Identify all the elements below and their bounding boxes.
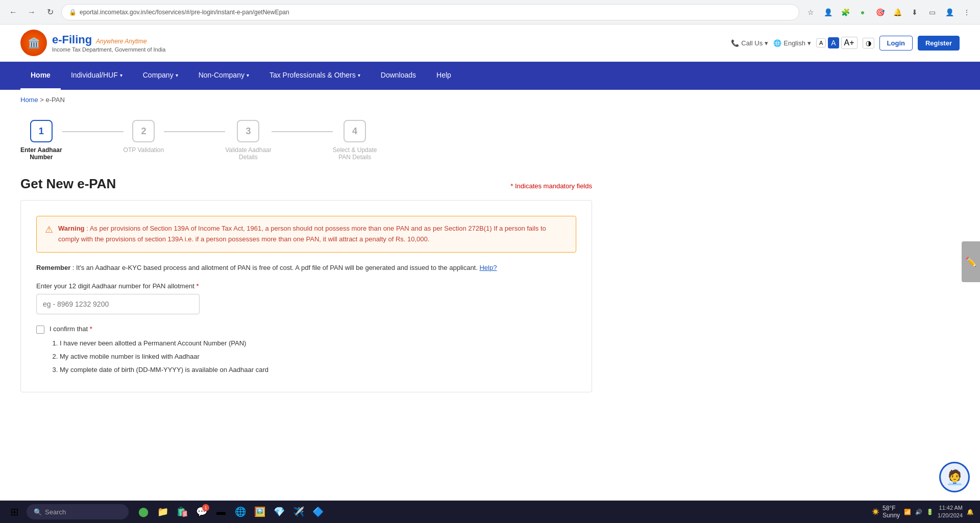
step-2-label: OTP Validation bbox=[124, 146, 164, 154]
step-1-circle: 1 bbox=[30, 120, 53, 142]
confirm-required-marker: * bbox=[90, 325, 92, 333]
logo-text: e-Filing Anywhere Anytime Income Tax Dep… bbox=[52, 33, 165, 53]
confirm-row: I confirm that * I have never been allot… bbox=[36, 325, 576, 377]
menu-icon[interactable]: ⋮ bbox=[960, 5, 974, 19]
browser-chrome: ← → ↻ 🔒 eportal.incometax.gov.in/iec/fos… bbox=[0, 0, 980, 24]
extension-icon2[interactable]: ● bbox=[855, 5, 870, 19]
dept-label: Income Tax Department, Government of Ind… bbox=[52, 46, 165, 53]
confirm-checkbox[interactable] bbox=[36, 326, 44, 334]
profile-icon[interactable]: 👤 bbox=[821, 5, 835, 19]
warning-text-content: Warning : As per provisions of Section 1… bbox=[58, 223, 568, 245]
back-button[interactable]: ← bbox=[6, 5, 20, 19]
remember-text: Remember : It's an Aadhaar e-KYC based p… bbox=[36, 263, 576, 273]
nav-individual-arrow: ▾ bbox=[120, 72, 122, 78]
step-4-number: 4 bbox=[352, 126, 357, 137]
language-btn[interactable]: 🌐 English ▾ bbox=[773, 39, 811, 47]
step-3-label: Validate AadhaarDetails bbox=[225, 146, 272, 161]
floating-help-button[interactable]: ✏️ bbox=[962, 241, 980, 282]
contrast-icon: ◑ bbox=[866, 39, 871, 47]
step-2-number: 2 bbox=[141, 126, 146, 137]
nav-individual[interactable]: Individual/HUF ▾ bbox=[61, 62, 133, 90]
nav-non-company-arrow: ▾ bbox=[247, 72, 249, 78]
nav-downloads-label: Downloads bbox=[381, 71, 416, 79]
font-size-controls: A A A+ bbox=[816, 37, 857, 49]
nav-downloads[interactable]: Downloads bbox=[371, 62, 426, 90]
remember-label: Remember bbox=[36, 264, 70, 271]
logo-emblem: 🏛️ bbox=[20, 30, 47, 56]
download-icon[interactable]: ⬇ bbox=[908, 5, 922, 19]
nav-home-label: Home bbox=[31, 71, 51, 79]
nav-help-label: Help bbox=[436, 71, 451, 79]
step-3-circle: 3 bbox=[237, 120, 259, 142]
phone-icon: 📞 bbox=[731, 39, 739, 47]
font-large-btn[interactable]: A+ bbox=[841, 37, 857, 49]
step-3-item: 3 Validate AadhaarDetails bbox=[225, 120, 272, 161]
nav-tax-professionals-arrow: ▾ bbox=[358, 72, 360, 78]
site-header: 🏛️ e-Filing Anywhere Anytime Income Tax … bbox=[0, 24, 980, 62]
breadcrumb-home-link[interactable]: Home bbox=[20, 96, 38, 104]
address-lock-icon: 🔒 bbox=[69, 9, 77, 16]
floating-help-icon: ✏️ bbox=[965, 256, 976, 267]
nav-help[interactable]: Help bbox=[426, 62, 461, 90]
address-bar[interactable]: 🔒 eportal.incometax.gov.in/iec/foservice… bbox=[61, 4, 799, 20]
tablet-icon[interactable]: ▭ bbox=[925, 5, 939, 19]
step-4-label: Select & UpdatePAN Details bbox=[333, 146, 377, 161]
logo-area: 🏛️ e-Filing Anywhere Anytime Income Tax … bbox=[20, 30, 165, 56]
font-small-btn[interactable]: A bbox=[816, 38, 826, 47]
help-link[interactable]: Help? bbox=[479, 264, 497, 271]
form-card: ⚠ Warning : As per provisions of Section… bbox=[20, 200, 592, 392]
breadcrumb-current: e-PAN bbox=[46, 96, 65, 104]
contrast-btn[interactable]: ◑ bbox=[863, 38, 874, 48]
nav-non-company-label: Non-Company bbox=[199, 71, 244, 79]
aadhaar-input[interactable] bbox=[36, 294, 200, 314]
nav-individual-label: Individual/HUF bbox=[71, 71, 118, 79]
call-us-btn[interactable]: 📞 Call Us ▾ bbox=[731, 39, 768, 47]
header-controls: 📞 Call Us ▾ 🌐 English ▾ A A A+ ◑ Login R… bbox=[731, 36, 960, 51]
user-account-icon[interactable]: 👤 bbox=[942, 5, 957, 19]
step-4-circle: 4 bbox=[344, 120, 366, 142]
nav-company[interactable]: Company ▾ bbox=[133, 62, 188, 90]
mandatory-note: * Indicates mandatory fields bbox=[510, 182, 592, 190]
confirm-label-text: I confirm that * bbox=[50, 325, 92, 333]
register-button[interactable]: Register bbox=[918, 36, 960, 51]
extension-icon3[interactable]: 🎯 bbox=[873, 5, 887, 19]
nav-home[interactable]: Home bbox=[20, 62, 61, 90]
warning-label: Warning bbox=[58, 225, 85, 232]
browser-actions: ☆ 👤 🧩 ● 🎯 🔔 ⬇ ▭ 👤 ⋮ bbox=[803, 5, 974, 19]
confirm-item-1: I have never been allotted a Permanent A… bbox=[60, 337, 268, 350]
step-2-item: 2 OTP Validation bbox=[124, 120, 164, 154]
step-3-number: 3 bbox=[246, 126, 251, 137]
extension-icon4[interactable]: 🔔 bbox=[890, 5, 904, 19]
font-medium-btn[interactable]: A bbox=[828, 37, 839, 48]
chat-avatar: 🧑‍💼 bbox=[941, 463, 968, 491]
chat-bubble-button[interactable]: 🧑‍💼 bbox=[939, 462, 970, 492]
aadhaar-label-text: Enter your 12 digit Aadhaar number for P… bbox=[36, 282, 194, 290]
address-url: eportal.incometax.gov.in/iec/foservices/… bbox=[80, 9, 289, 16]
nav-non-company[interactable]: Non-Company ▾ bbox=[188, 62, 259, 90]
page-title: Get New e-PAN bbox=[20, 176, 116, 192]
main-content: 1 Enter AadhaarNumber 2 OTP Validation 3… bbox=[0, 110, 612, 433]
warning-triangle-icon: ⚠ bbox=[45, 224, 53, 245]
confirm-item-2: My active mobile number is linked with A… bbox=[60, 350, 268, 363]
efiling-brand: e-Filing Anywhere Anytime bbox=[52, 33, 165, 46]
globe-icon: 🌐 bbox=[773, 39, 781, 47]
warning-body: : As per provisions of Section 139A of I… bbox=[58, 225, 546, 243]
nav-tax-professionals[interactable]: Tax Professionals & Others ▾ bbox=[259, 62, 371, 90]
confirm-label: I confirm that bbox=[50, 325, 88, 333]
refresh-button[interactable]: ↻ bbox=[43, 5, 57, 19]
aadhaar-field-label: Enter your 12 digit Aadhaar number for P… bbox=[36, 282, 576, 290]
website-container: 🏛️ e-Filing Anywhere Anytime Income Tax … bbox=[0, 24, 980, 501]
login-button[interactable]: Login bbox=[879, 36, 913, 51]
forward-button[interactable]: → bbox=[24, 5, 39, 19]
efiling-label: e-Filing bbox=[52, 33, 92, 46]
confirm-item-3: My complete date of birth (DD-MM-YYYY) i… bbox=[60, 363, 268, 377]
step-1-item: 1 Enter AadhaarNumber bbox=[20, 120, 62, 161]
confirm-label-area: I confirm that * I have never been allot… bbox=[50, 325, 268, 377]
call-us-label: Call Us bbox=[741, 39, 763, 47]
extension-icon1[interactable]: 🧩 bbox=[838, 5, 852, 19]
remember-body: : It's an Aadhaar e-KYC based process an… bbox=[72, 264, 480, 271]
site-nav: Home Individual/HUF ▾ Company ▾ Non-Comp… bbox=[0, 62, 980, 90]
nav-company-label: Company bbox=[143, 71, 174, 79]
bookmark-icon[interactable]: ☆ bbox=[803, 5, 818, 19]
language-arrow: ▾ bbox=[807, 39, 811, 47]
